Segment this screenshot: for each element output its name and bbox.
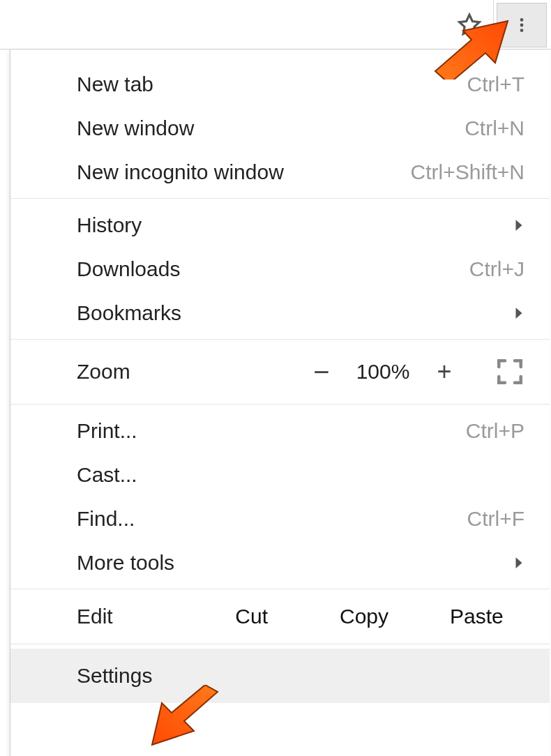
- menu-separator: [10, 339, 550, 340]
- menu-item-find[interactable]: Find... Ctrl+F: [10, 497, 550, 540]
- menu-item-shortcut: Ctrl+F: [467, 507, 525, 531]
- menu-item-more-tools[interactable]: More tools: [10, 540, 550, 584]
- menu-item-cast[interactable]: Cast...: [10, 453, 550, 497]
- toolbar-divider: [493, 0, 494, 49]
- chevron-right-icon: [513, 219, 524, 232]
- dots-vertical-icon: [513, 16, 531, 34]
- menu-item-bookmarks[interactable]: Bookmarks: [10, 291, 550, 335]
- svg-point-1: [520, 24, 524, 27]
- menu-item-label: Find...: [77, 507, 135, 531]
- fullscreen-icon: [495, 357, 524, 386]
- main-menu-button[interactable]: [497, 3, 547, 47]
- menu-separator: [10, 589, 550, 589]
- svg-point-0: [520, 18, 524, 22]
- menu-item-label: Print...: [77, 419, 137, 443]
- paste-button[interactable]: Paste: [421, 605, 533, 628]
- menu-item-label: New tab: [77, 73, 153, 96]
- menu-item-shortcut: Ctrl+J: [469, 257, 524, 281]
- menu-item-shortcut: Ctrl+N: [465, 116, 524, 140]
- menu-item-label: New incognito window: [77, 160, 284, 184]
- menu-item-shortcut: Ctrl+Shift+N: [411, 160, 524, 184]
- menu-separator: [10, 198, 550, 199]
- svg-point-2: [520, 29, 524, 32]
- menu-item-shortcut: Ctrl+P: [466, 419, 524, 443]
- copy-button[interactable]: Copy: [308, 605, 420, 628]
- menu-item-settings[interactable]: Settings: [10, 649, 550, 703]
- edit-label: Edit: [77, 605, 195, 628]
- zoom-out-button[interactable]: −: [299, 358, 345, 386]
- menu-item-new-incognito[interactable]: New incognito window Ctrl+Shift+N: [10, 150, 550, 194]
- menu-item-label: Bookmarks: [77, 301, 181, 325]
- menu-separator: [10, 404, 550, 405]
- menu-item-label: More tools: [77, 551, 174, 575]
- star-icon: [456, 12, 483, 38]
- zoom-label: Zoom: [77, 360, 130, 384]
- menu-item-downloads[interactable]: Downloads Ctrl+J: [10, 247, 550, 291]
- menu-item-history[interactable]: History: [10, 203, 550, 247]
- menu-item-new-tab[interactable]: New tab Ctrl+T: [10, 62, 550, 106]
- menu-item-shortcut: Ctrl+T: [467, 73, 525, 96]
- cut-button[interactable]: Cut: [195, 605, 308, 628]
- menu-item-print[interactable]: Print... Ctrl+P: [10, 409, 550, 453]
- chevron-right-icon: [513, 307, 524, 319]
- menu-item-label: Settings: [77, 664, 152, 688]
- browser-toolbar: [0, 0, 551, 50]
- menu-item-label: History: [77, 213, 142, 237]
- chevron-right-icon: [513, 557, 524, 569]
- menu-item-zoom: Zoom − 100% +: [10, 344, 550, 400]
- menu-item-label: Cast...: [77, 463, 137, 487]
- menu-item-label: Downloads: [77, 257, 180, 281]
- bookmark-star-button[interactable]: [454, 10, 485, 40]
- zoom-value: 100%: [345, 360, 421, 384]
- menu-item-new-window[interactable]: New window Ctrl+N: [10, 106, 550, 150]
- chrome-main-menu: New tab Ctrl+T New window Ctrl+N New inc…: [10, 50, 550, 756]
- menu-item-edit: Edit Cut Copy Paste: [10, 594, 550, 640]
- menu-item-label: New window: [77, 116, 194, 140]
- fullscreen-button[interactable]: [495, 357, 524, 386]
- zoom-in-button[interactable]: +: [421, 359, 467, 384]
- menu-separator: [10, 644, 550, 644]
